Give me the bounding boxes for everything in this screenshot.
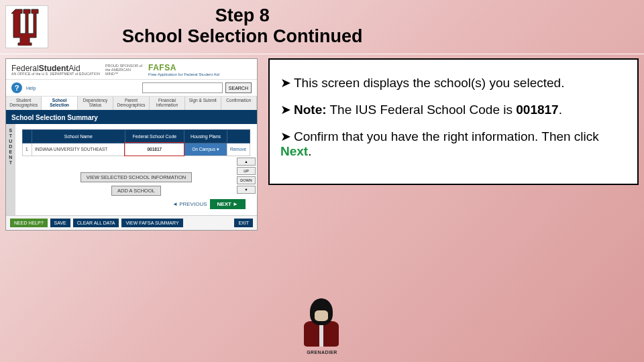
slide-header: Step 8 School Selection Continued	[0, 0, 644, 48]
table-row: 1 INDIANA UNIVERSITY SOUTHEAST 001817 On…	[23, 143, 250, 156]
tab-parent-demographics[interactable]: Parent Demographics	[113, 97, 149, 110]
help-icon[interactable]: ?	[11, 82, 22, 93]
move-up-button[interactable]: UP	[237, 167, 256, 175]
fafsa-brand: FAFSA Free Application for Federal Stude…	[148, 63, 219, 76]
page-title-line2: School Selection Continued	[122, 26, 363, 47]
tab-student-demographics[interactable]: Student Demographics	[6, 97, 42, 110]
th-code: Federal School Code	[125, 129, 184, 143]
th-blank1	[23, 129, 32, 143]
tab-financial[interactable]: Financial Information	[150, 97, 185, 110]
move-top-button[interactable]: ▲	[237, 158, 256, 166]
fafsa-word: FAFSA	[148, 63, 219, 72]
sponsor-text: PROUD SPONSOR of the AMERICAN MIND™	[105, 64, 143, 76]
add-school-button[interactable]: ADD A SCHOOL	[111, 186, 161, 196]
summary-button[interactable]: VIEW FAFSA SUMMARY	[121, 219, 182, 227]
callout-line1: ➤This screen displays the school(s) you …	[280, 76, 627, 90]
search-button[interactable]: SEARCH	[225, 82, 252, 93]
cell-remove[interactable]: Remove	[227, 143, 250, 156]
student-vstrip: STUDENT	[6, 124, 15, 215]
move-down-button[interactable]: DOWN	[237, 176, 256, 184]
view-school-button[interactable]: VIEW SELECTED SCHOOL INFORMATION	[80, 172, 192, 182]
fafsa-panel: FederalStudentAid AN OFFICE of the U.S. …	[5, 58, 258, 231]
th-blank2	[227, 129, 250, 143]
tab-confirmation[interactable]: Confirmation	[221, 97, 257, 110]
need-help-button[interactable]: NEED HELP?	[10, 219, 48, 227]
next-button[interactable]: NEXT ►	[211, 200, 245, 208]
school-panel: School Name Federal School Code Housing …	[15, 124, 257, 215]
help-search-row: ? Help SEARCH	[6, 80, 257, 97]
fafsa-subtitle: Free Application for Federal Student Aid	[148, 72, 219, 76]
cell-name: INDIANA UNIVERSITY SOUTHEAST	[32, 143, 125, 156]
th-housing: Housing Plans	[184, 129, 227, 143]
cell-code: 001817	[125, 143, 184, 156]
fsa-subtitle: AN OFFICE of the U.S. DEPARTMENT of EDUC…	[11, 72, 100, 76]
section-header: School Selection Summary	[6, 111, 257, 124]
clear-button[interactable]: CLEAR ALL DATA	[73, 219, 119, 227]
search-input[interactable]	[142, 82, 223, 93]
reorder-controls: ▲ UP DOWN ▼	[237, 158, 256, 194]
previous-link[interactable]: ◄ PREVIOUS	[172, 200, 207, 208]
bottom-bar: NEED HELP? SAVE CLEAR ALL DATA VIEW FAFS…	[6, 215, 257, 230]
save-button[interactable]: SAVE	[50, 219, 70, 227]
move-bottom-button[interactable]: ▼	[237, 186, 256, 194]
callout-line2: ➤Note: The IUS Federal School Code is 00…	[280, 103, 627, 117]
callout-line3: ➤Confirm that you have the right informa…	[280, 129, 627, 159]
tab-sign-submit[interactable]: Sign & Submit	[185, 97, 221, 110]
iu-logo	[5, 5, 48, 48]
cell-idx: 1	[23, 143, 32, 156]
help-label[interactable]: Help	[26, 86, 36, 90]
fsa-logo: FederalStudentAid AN OFFICE of the U.S. …	[11, 64, 100, 76]
callout-box: ➤This screen displays the school(s) you …	[268, 58, 639, 185]
cell-housing[interactable]: On Campus ▾	[184, 143, 227, 156]
fafsa-topbar: FederalStudentAid AN OFFICE of the U.S. …	[6, 59, 257, 80]
bullet-icon: ➤	[280, 129, 291, 143]
title-block: Step 8 School Selection Continued	[122, 5, 363, 47]
bullet-icon: ➤	[280, 103, 291, 117]
grenadier-logo: GRENADIER	[288, 295, 356, 355]
bullet-icon: ➤	[280, 76, 291, 90]
exit-button[interactable]: EXIT	[234, 219, 253, 227]
page-title-line1: Step 8	[122, 5, 363, 26]
grenadier-label: GRENADIER	[295, 350, 349, 355]
tab-school-selection[interactable]: School Selection	[42, 97, 77, 110]
school-table: School Name Federal School Code Housing …	[22, 129, 250, 156]
th-school-name: School Name	[32, 129, 125, 143]
tab-row: Student Demographics School Selection De…	[6, 97, 257, 111]
tab-dependency[interactable]: Dependency Status	[78, 97, 113, 110]
